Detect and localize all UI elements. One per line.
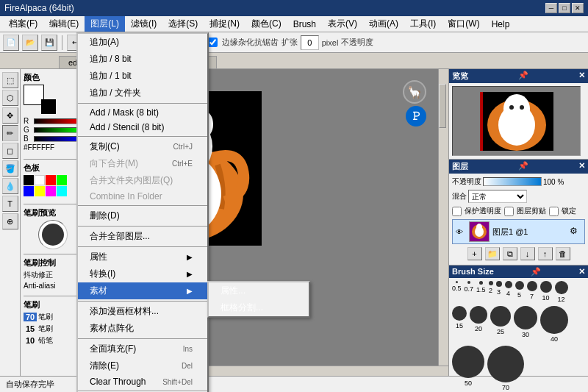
brush-size-item[interactable]: 4	[505, 281, 512, 303]
menu-brush[interactable]: Brush	[287, 18, 322, 31]
color-swatch-black[interactable]	[24, 175, 34, 185]
opacity-slider[interactable]	[483, 177, 542, 186]
preview-close[interactable]: ✕	[578, 71, 585, 82]
menu-clear[interactable]: 清除(E) Del	[78, 357, 207, 374]
layer-dup-btn[interactable]: ⧉	[503, 247, 517, 260]
brush-size-close[interactable]: ✕	[578, 267, 585, 277]
layer-gear-1[interactable]: ⚙	[570, 226, 581, 238]
menu-window[interactable]: 窗口(W)	[442, 16, 485, 32]
tool-eraser[interactable]: ◻	[2, 143, 18, 159]
tool-select[interactable]: ⬚	[2, 72, 18, 88]
menu-material[interactable]: 素材 ▶ 属性... 框格分割...	[78, 282, 207, 299]
v-scroll-thumb[interactable]	[439, 84, 446, 128]
brush-size-item[interactable]: 2	[489, 281, 493, 303]
brush-size-item[interactable]: 15	[452, 306, 467, 343]
blend-select[interactable]: 正常	[468, 190, 527, 203]
brush-size-item[interactable]: 5	[515, 281, 524, 303]
menu-color[interactable]: 颜色(C)	[245, 16, 287, 32]
menu-select[interactable]: 选择(S)	[162, 16, 204, 32]
b-slider[interactable]	[34, 136, 82, 142]
color-swatch-green[interactable]	[57, 175, 67, 185]
layer-del-btn[interactable]: 🗑	[556, 247, 570, 260]
menu-transform[interactable]: 转换(I) ▶	[78, 266, 207, 282]
tool-move[interactable]: ✥	[2, 107, 18, 124]
brush-size-item[interactable]: 30	[514, 306, 537, 343]
menu-display[interactable]: 表示(V)	[322, 16, 363, 32]
layer-down-btn[interactable]: ↓	[520, 247, 535, 260]
new-button[interactable]: 📄	[3, 35, 19, 51]
brush-size-item[interactable]: 0.5	[452, 281, 462, 303]
layers-close[interactable]: ✕	[578, 161, 585, 172]
menu-add-8bit[interactable]: 追加 / 8 bit	[78, 51, 207, 68]
menu-animate[interactable]: 动画(A)	[363, 16, 404, 32]
menu-add-stencil[interactable]: Add / Stencil (8 bit)	[78, 120, 207, 135]
brush-size-item[interactable]: 25	[490, 306, 511, 343]
vertical-scrollbar[interactable]	[438, 69, 448, 366]
menu-rasterize[interactable]: 素材点阵化	[78, 320, 207, 337]
menu-file[interactable]: 档案(F)	[3, 16, 43, 32]
menu-filter[interactable]: 滤镜(I)	[125, 16, 162, 32]
menu-edit[interactable]: 编辑(E)	[43, 16, 85, 32]
color-swatch-yellow[interactable]	[35, 186, 45, 196]
tool-text[interactable]: T	[2, 196, 18, 212]
tool-eyedrop[interactable]: 💧	[2, 178, 18, 194]
menu-add-mask[interactable]: Add / Mask (8 bit)	[78, 105, 207, 120]
menu-view[interactable]: 捕捉(N)	[204, 16, 245, 32]
submenu-properties[interactable]: 属性...	[209, 282, 309, 299]
brush-size-item[interactable]: 1.5	[476, 281, 486, 303]
layer-folder-btn[interactable]: 📁	[485, 247, 500, 260]
layers-pin[interactable]: 📌	[518, 161, 528, 172]
protect-checkbox[interactable]	[452, 207, 462, 216]
tool-fill[interactable]: 🪣	[2, 160, 18, 177]
menu-add-folder[interactable]: 追加 / 文件夹	[78, 85, 207, 101]
color-swatch-cyan[interactable]	[57, 186, 67, 196]
brush-size-item[interactable]: 12	[555, 281, 568, 303]
menu-add-1bit[interactable]: 追加 / 1 bit	[78, 68, 207, 85]
menu-combine-folder[interactable]: Combine In Folder	[78, 189, 207, 204]
tool-lasso[interactable]: ⬡	[2, 90, 18, 106]
brush-size-item[interactable]: 0.7	[465, 281, 474, 303]
tool-brush[interactable]: ✏	[2, 125, 18, 141]
brush-size-item[interactable]: 7	[527, 281, 537, 303]
brush-size-item[interactable]: 3	[496, 281, 502, 303]
menu-tools[interactable]: 工具(I)	[404, 16, 442, 32]
color-swatch-magenta[interactable]	[46, 186, 56, 196]
brush-size-item[interactable]: 40	[540, 306, 568, 343]
close-button[interactable]: ✕	[572, 3, 584, 13]
color-swatch-red[interactable]	[46, 175, 56, 185]
layer-item-1[interactable]: 👁 图层1 @1 ⚙	[452, 219, 585, 244]
menu-duplicate[interactable]: 复制(C) Ctrl+J	[78, 138, 207, 155]
g-slider[interactable]	[34, 127, 82, 133]
brush-size-pin[interactable]: 📌	[531, 267, 541, 277]
color-swatch-white[interactable]	[35, 175, 45, 185]
brush-size-item[interactable]: 20	[470, 306, 487, 343]
menu-add-manga-frame[interactable]: 添加漫画框材料...	[78, 303, 207, 320]
menu-properties-arrow[interactable]: 属性 ▶	[78, 249, 207, 266]
expand-input[interactable]	[301, 35, 319, 50]
maximize-button[interactable]: □	[559, 3, 570, 13]
menu-merge-folder[interactable]: 合并文件夹内图层(Q)	[78, 172, 207, 189]
layer-eye[interactable]: 👁	[456, 228, 466, 236]
preview-pin[interactable]: 📌	[518, 71, 528, 82]
menu-flatten[interactable]: 合并全部图层...	[78, 228, 207, 245]
menu-help[interactable]: Help	[486, 18, 516, 31]
tool-snap[interactable]: ⊕	[2, 213, 18, 229]
menu-add[interactable]: 追加(A)	[78, 34, 207, 51]
color-swatch-blue[interactable]	[24, 186, 34, 196]
antialiasing-checkbox[interactable]	[208, 38, 218, 47]
menu-clear-through[interactable]: Clear Through Shift+Del	[78, 374, 207, 389]
brush-size-item[interactable]: 10	[540, 281, 552, 303]
save-button[interactable]: 💾	[41, 35, 57, 51]
bg-color[interactable]	[41, 99, 56, 114]
menu-fill[interactable]: 全面填充(F) Ins	[78, 341, 207, 357]
menu-layer[interactable]: 图层(L)	[85, 16, 125, 32]
r-slider[interactable]	[34, 118, 82, 124]
layer-add-btn[interactable]: +	[467, 247, 482, 260]
menu-merge-down[interactable]: 向下合并(M) Ctrl+E	[78, 155, 207, 172]
lock-checkbox[interactable]	[549, 207, 559, 216]
submenu-frame-split[interactable]: 框格分割...	[209, 299, 309, 316]
minimize-button[interactable]: ─	[545, 3, 557, 13]
clip-checkbox[interactable]	[504, 207, 514, 216]
menu-delete[interactable]: 删除(D)	[78, 207, 207, 224]
open-button[interactable]: 📂	[22, 35, 38, 51]
